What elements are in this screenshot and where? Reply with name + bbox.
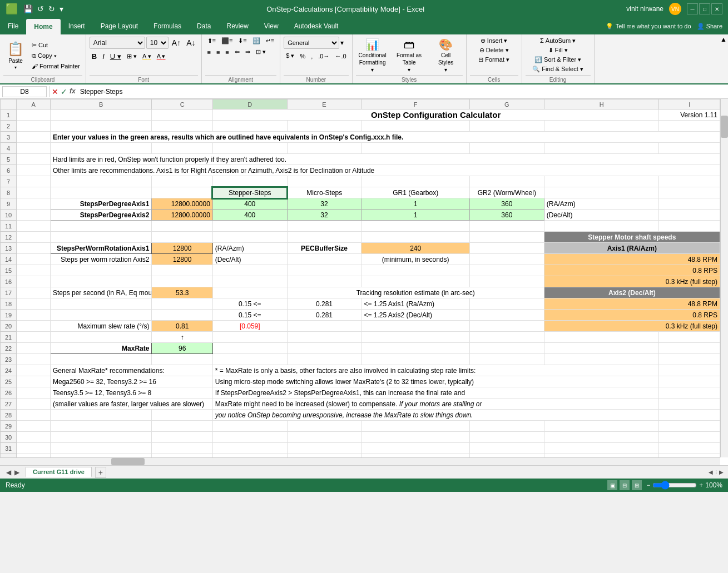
cell-I25[interactable]: [659, 376, 720, 387]
cell-E29[interactable]: [287, 421, 361, 432]
cell-A7[interactable]: [17, 176, 51, 187]
cell-E7[interactable]: [287, 176, 361, 187]
wrap-text-btn[interactable]: ↵≡: [264, 37, 276, 45]
cell-E4[interactable]: [287, 143, 361, 154]
vertical-scrollbar[interactable]: [720, 99, 728, 457]
cell-H10[interactable]: (Dec/Alt): [544, 210, 659, 221]
cell-A29[interactable]: [17, 421, 51, 432]
view-buttons[interactable]: ▣ ⊟ ⊞: [607, 480, 642, 490]
share-btn[interactable]: 👤 Share: [697, 23, 722, 30]
paste-dropdown[interactable]: ▾: [14, 65, 17, 70]
tab-data[interactable]: Data: [189, 18, 219, 34]
cell-H21[interactable]: [544, 332, 659, 343]
fill-dropdown[interactable]: ▾: [148, 53, 151, 59]
cell-I4[interactable]: [659, 143, 720, 154]
comma-btn[interactable]: ,: [309, 52, 315, 60]
cell-H19[interactable]: 0.8 RPS: [544, 310, 720, 321]
tab-file[interactable]: File: [0, 18, 26, 34]
v-scroll-thumb[interactable]: [721, 116, 728, 138]
cell-B29[interactable]: [50, 421, 151, 432]
cell-C20[interactable]: 0.81: [152, 321, 212, 332]
cell-F16[interactable]: [361, 276, 470, 287]
col-hdr-E[interactable]: E: [287, 99, 361, 109]
cell-G14[interactable]: [469, 254, 544, 265]
cell-I31[interactable]: [659, 443, 720, 454]
cell-D2[interactable]: [212, 121, 287, 132]
cell-B24[interactable]: General MaxRate* recommendations:: [50, 365, 212, 376]
cell-C4[interactable]: [152, 143, 212, 154]
align-center-btn[interactable]: ≡: [214, 48, 222, 56]
sheet-nav-btns[interactable]: ◀ ▶: [4, 469, 21, 476]
font-name-select[interactable]: Arial: [90, 37, 145, 49]
cell-B17[interactable]: Steps per second (in RA, Eq mounts): [50, 287, 151, 298]
cell-A28[interactable]: [17, 410, 51, 421]
cell-styles-btn[interactable]: 🎨 Cell Styles ▾: [429, 39, 463, 72]
fill-btn[interactable]: ⬇ Fill ▾: [546, 46, 570, 54]
cell-A24[interactable]: [17, 365, 51, 376]
cell-D24[interactable]: * = MaxRate is only a basis, other facto…: [212, 365, 659, 376]
cell-E2[interactable]: [287, 121, 361, 132]
cell-H14[interactable]: 48.8 RPM: [544, 254, 720, 265]
cut-button[interactable]: ✂ Cut: [29, 41, 82, 49]
bold-button[interactable]: B: [90, 52, 99, 61]
cell-B30[interactable]: [50, 432, 151, 443]
cell-H31[interactable]: [544, 443, 659, 454]
align-top-btn[interactable]: ⬆≡: [205, 37, 218, 45]
cell-C21[interactable]: ↑: [152, 332, 212, 343]
cell-A10[interactable]: [17, 210, 51, 221]
cell-D19[interactable]: 0.15 <=: [212, 310, 287, 321]
border-button[interactable]: ⊞ ▾: [125, 52, 139, 61]
cell-D20[interactable]: [0.059]: [212, 321, 287, 332]
cell-G19[interactable]: [469, 310, 544, 321]
cell-I29[interactable]: [659, 421, 720, 432]
cell-E30[interactable]: [287, 432, 361, 443]
cell-C22[interactable]: 96: [152, 343, 212, 354]
cell-E8[interactable]: Micro-Steps: [287, 187, 361, 198]
cell-styles-dropdown[interactable]: ▾: [444, 67, 447, 73]
cell-D14[interactable]: (Dec/Alt): [212, 254, 287, 265]
cell-D28[interactable]: you notice OnStep becoming unresponsive,…: [212, 410, 659, 421]
cell-B22[interactable]: MaxRate: [50, 343, 151, 354]
tab-home[interactable]: Home: [26, 19, 60, 34]
format-dropdown[interactable]: ▾: [506, 56, 509, 63]
cell-F22[interactable]: [361, 343, 470, 354]
cell-G13[interactable]: [469, 243, 544, 254]
save-qat-btn[interactable]: 💾: [22, 3, 34, 14]
cell-I28[interactable]: [659, 410, 720, 421]
cell-H29[interactable]: [544, 421, 659, 432]
cell-F23[interactable]: [361, 354, 470, 365]
cell-I30[interactable]: [659, 432, 720, 443]
sort-dropdown[interactable]: ▾: [578, 56, 581, 63]
col-hdr-G[interactable]: G: [469, 99, 544, 109]
cell-G2[interactable]: [469, 121, 544, 132]
prev-sheet-btn[interactable]: ◀: [4, 469, 13, 476]
cell-C30[interactable]: [152, 432, 212, 443]
zoom-controls[interactable]: − + 100%: [646, 481, 722, 490]
next-sheet-btn[interactable]: ▶: [13, 469, 21, 476]
cell-G9[interactable]: 360: [469, 198, 544, 210]
cell-C9[interactable]: 12800.00000: [152, 198, 212, 210]
tab-insert[interactable]: Insert: [61, 18, 93, 34]
cell-reference-box[interactable]: [2, 86, 47, 97]
cell-D18[interactable]: 0.15 <=: [212, 298, 287, 310]
cell-A17[interactable]: [17, 287, 51, 298]
cell-H22[interactable]: [544, 343, 659, 354]
cell-H18[interactable]: 48.8 RPM: [544, 298, 720, 310]
cell-E15[interactable]: [287, 265, 361, 276]
cell-A9[interactable]: [17, 198, 51, 210]
merge-center-btn[interactable]: ⊡ ▾: [254, 48, 268, 56]
cell-H16[interactable]: 0.3 kHz (full step): [544, 276, 720, 287]
number-format-dropdown[interactable]: ▾: [340, 39, 344, 47]
cell-B14[interactable]: Steps per worm rotation Axis2: [50, 254, 151, 265]
cell-E17[interactable]: Tracking resolution estimate (in arc-sec…: [287, 287, 544, 298]
cell-B31[interactable]: [50, 443, 151, 454]
cell-F7[interactable]: [361, 176, 470, 187]
cell-D8[interactable]: Stepper-Steps: [212, 187, 287, 198]
cell-B15[interactable]: [50, 265, 151, 276]
col-hdr-F[interactable]: F: [361, 99, 470, 109]
cell-F30[interactable]: [361, 432, 470, 443]
cell-D10[interactable]: 400: [212, 210, 287, 221]
cell-D17[interactable]: [212, 287, 287, 298]
cell-B25[interactable]: Mega2560 >= 32, Teensy3.2 >= 16: [50, 376, 212, 387]
cell-F12[interactable]: [361, 232, 470, 243]
